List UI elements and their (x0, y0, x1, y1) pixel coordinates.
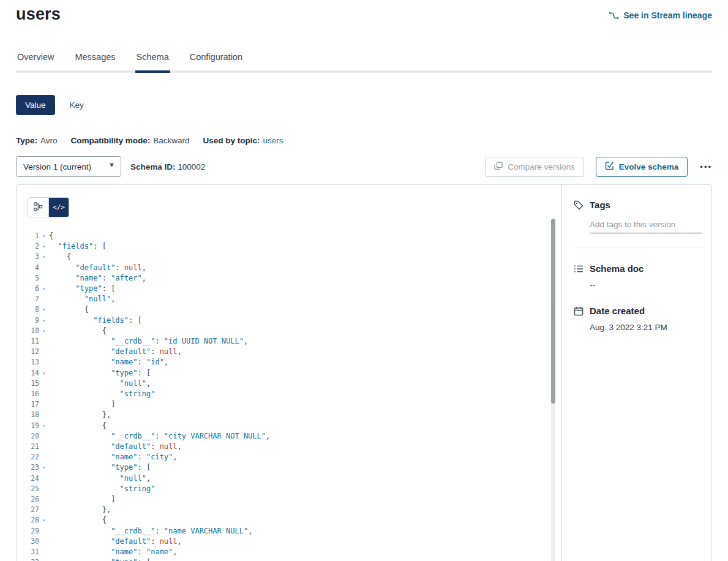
code-text: "null", (49, 473, 561, 484)
code-scrollbar-thumb[interactable] (551, 219, 555, 404)
tab-schema[interactable]: Schema (135, 52, 170, 70)
code-view-button[interactable]: </> (48, 198, 69, 217)
line-number: 30 (17, 537, 39, 547)
code-text: }, (49, 410, 561, 420)
line-number: 1 (17, 231, 39, 241)
date-created-title: Date created (590, 306, 645, 316)
line-number: 18 (17, 410, 39, 420)
fold-toggle-icon[interactable]: ▾ (39, 515, 49, 525)
schema-code-column: </> 1▾{2▾"fields": [3▾{4"default": null,… (17, 185, 561, 561)
tab-messages[interactable]: Messages (73, 52, 116, 70)
code-text: "type": [ (49, 368, 561, 378)
code-text: "default": null, (49, 347, 561, 357)
schema-meta-row: Type:Avro Compatibility mode:Backward Us… (16, 136, 712, 145)
version-select[interactable]: Version 1 (current) (16, 156, 121, 177)
sidebar-divider (574, 247, 702, 247)
line-number: 16 (17, 389, 39, 399)
code-line: 6▾"type": [ (17, 284, 561, 294)
code-text: "__crdb__": "name VARCHAR NULL", (49, 526, 561, 537)
compatibility-mode-label: Compatibility mode: (71, 136, 151, 145)
line-number: 7 (17, 294, 39, 304)
stream-lineage-link[interactable]: See in Stream lineage (609, 10, 712, 20)
line-number: 23 (17, 462, 39, 473)
line-number: 2 (17, 241, 39, 252)
code-line: 31"name": "name", (17, 547, 561, 557)
code-line: 5"name": "after", (17, 273, 561, 284)
tags-heading: Tags (574, 200, 702, 210)
list-icon (574, 264, 584, 274)
evolve-schema-button[interactable]: Evolve schema (596, 157, 688, 177)
code-text: }, (49, 505, 561, 515)
code-line: 30"default": null, (17, 537, 561, 547)
evolve-schema-icon (605, 161, 614, 172)
line-number: 19 (17, 421, 39, 431)
code-text: "null", (49, 378, 561, 389)
code-text: "fields": [ (49, 315, 561, 326)
code-line: 32▾"type": [ (17, 557, 561, 561)
compatibility-mode-value: Backward (153, 136, 189, 145)
line-number: 3 (17, 252, 39, 262)
schema-type-value: Avro (40, 136, 58, 145)
line-number: 14 (17, 368, 39, 378)
code-line: 4"default": null, (17, 263, 561, 273)
fold-toggle-icon[interactable]: ▾ (39, 304, 49, 315)
fold-toggle-icon[interactable]: ▾ (39, 462, 49, 473)
fold-toggle-icon[interactable]: ▾ (39, 231, 49, 241)
fold-toggle-icon[interactable]: ▾ (39, 557, 49, 561)
line-number: 13 (17, 357, 39, 367)
line-number: 20 (17, 431, 39, 442)
code-text: "default": null, (49, 537, 561, 547)
key-tab-button[interactable]: Key (70, 100, 84, 110)
topic-link[interactable]: users (263, 136, 283, 145)
fold-toggle-icon[interactable]: ▾ (39, 252, 49, 262)
line-number: 26 (17, 494, 39, 505)
compare-versions-icon (494, 162, 503, 172)
code-line: 28▾{ (17, 515, 561, 525)
code-line: 11"__crdb__": "id UUID NOT NULL", (17, 336, 561, 347)
code-text: "__crdb__": "id UUID NOT NULL", (49, 336, 561, 347)
line-number: 9 (17, 315, 39, 326)
code-text: "default": null, (49, 442, 561, 452)
schema-page: users See in Stream lineage OverviewMess… (0, 0, 728, 561)
fold-toggle-icon[interactable]: ▾ (39, 315, 49, 326)
code-line: 16"string" (17, 389, 561, 399)
fold-toggle-icon[interactable]: ▾ (39, 326, 49, 336)
fold-toggle-icon[interactable]: ▾ (39, 368, 49, 378)
code-text: "fields": [ (49, 241, 561, 252)
compare-versions-label: Compare versions (508, 162, 575, 171)
line-number: 27 (17, 505, 39, 515)
tabs: OverviewMessagesSchemaConfiguration (16, 52, 712, 73)
line-number: 21 (17, 442, 39, 452)
used-by-topic-label: Used by topic: (203, 136, 260, 145)
code-lines: 1▾{2▾"fields": [3▾{4"default": null,5"na… (17, 231, 561, 561)
code-line: 22"name": "city", (17, 452, 561, 462)
tab-overview[interactable]: Overview (16, 52, 55, 70)
code-text: ] (49, 399, 561, 410)
line-number: 15 (17, 378, 39, 389)
code-view-toggle: </> (28, 197, 69, 217)
fold-toggle-icon[interactable]: ▾ (39, 284, 49, 294)
code-line: 17] (17, 399, 561, 410)
tree-view-button[interactable] (28, 198, 48, 217)
line-number: 12 (17, 347, 39, 357)
page-header: users See in Stream lineage (16, 0, 712, 24)
fold-toggle-icon[interactable]: ▾ (39, 421, 49, 431)
tree-view-icon (34, 202, 43, 213)
fold-toggle-icon[interactable]: ▾ (39, 241, 49, 252)
line-number: 5 (17, 273, 39, 284)
compare-versions-button[interactable]: Compare versions (485, 157, 584, 177)
line-number: 6 (17, 284, 39, 294)
value-tab-button[interactable]: Value (16, 95, 55, 115)
evolve-schema-label: Evolve schema (619, 162, 679, 171)
add-tags-input[interactable] (590, 219, 702, 233)
code-line: 12"default": null, (17, 347, 561, 357)
code-line: 25"string" (17, 484, 561, 494)
code-text: "null", (49, 294, 561, 304)
calendar-icon (574, 306, 584, 316)
line-number: 17 (17, 399, 39, 410)
tab-configuration[interactable]: Configuration (189, 52, 244, 70)
code-text: { (49, 252, 561, 262)
code-line: 29"__crdb__": "name VARCHAR NULL", (17, 526, 561, 537)
code-text: "default": null, (49, 263, 561, 273)
more-options-button[interactable]: ••• (700, 162, 712, 171)
